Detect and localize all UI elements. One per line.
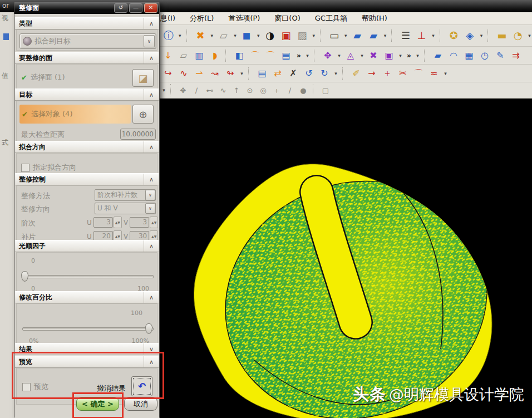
wrap-icon[interactable]: ◗ (208, 49, 221, 62)
menu-item-preferences[interactable]: 首选项(P) (228, 13, 260, 23)
snap-midpoint-icon[interactable]: ⊷ (204, 85, 215, 96)
section-header-faces[interactable]: 要整修的面 ∧ (15, 52, 159, 64)
menu-item-help[interactable]: 帮助(H) (362, 13, 387, 23)
window-display-icon[interactable]: ✖ (193, 28, 207, 43)
cube-pin-icon[interactable]: ▣ (279, 28, 293, 43)
dropdown-caret-icon[interactable]: ▾ (233, 33, 238, 38)
dropdown-caret-icon[interactable]: ▾ (527, 33, 532, 38)
chevron-up-icon[interactable]: ∧ (144, 174, 159, 185)
dropdown-caret-icon[interactable]: ▾ (479, 33, 484, 38)
type-dropdown[interactable]: 拟合到目标 ∨ (19, 33, 156, 49)
dialog-close-button[interactable]: ✕ (144, 3, 157, 13)
degree-u-spinner[interactable]: U 3 ▲▼ (87, 217, 122, 228)
degree-v-spinner[interactable]: V 3 ▲▼ (124, 217, 158, 228)
section-header-control[interactable]: 整修控制 ∧ (15, 173, 159, 185)
select-face-button[interactable]: ◪ (132, 69, 154, 87)
offset-face-icon[interactable]: ◬ (344, 49, 357, 62)
checkbox-icon[interactable] (21, 164, 29, 172)
delete-face-icon[interactable]: ✖ (367, 49, 380, 62)
direction-dropdown[interactable]: U 和 V ∨ (95, 203, 156, 214)
view-orient-icon[interactable]: ◈ (463, 28, 477, 43)
dialog-minimize-button[interactable]: — (129, 3, 142, 13)
max-check-distance-field[interactable]: 10.00000 (120, 129, 156, 140)
snap-endpoint-icon[interactable]: ∕ (191, 85, 202, 96)
chevron-down-icon[interactable]: ∨ (144, 35, 155, 47)
section-header-type[interactable]: 类型 ∧ (15, 17, 159, 29)
chevron-up-icon[interactable]: ∧ (144, 292, 159, 303)
method-dropdown[interactable]: 阶次和补片数 ∨ (95, 189, 156, 201)
chevron-down-icon[interactable]: ∨ (145, 190, 155, 200)
corner-cube-icon[interactable]: ◧ (233, 49, 246, 62)
dropdown-caret-icon[interactable]: ▾ (305, 53, 310, 58)
snap-quadrant-icon[interactable]: ◎ (258, 85, 269, 96)
specify-fit-direction-row[interactable]: 指定拟合方向 (21, 163, 76, 173)
dropdown-caret-icon[interactable]: ▾ (210, 33, 215, 38)
undo-feature-icon[interactable]: ↺ (302, 67, 316, 80)
chevron-up-icon[interactable]: ∧ (144, 240, 159, 252)
curve-tool-icon[interactable]: ↪ (161, 67, 175, 80)
studio-surface-icon[interactable]: ✎ (494, 49, 507, 62)
chevron-up-icon[interactable]: ∧ (144, 52, 159, 63)
dropdown-caret-icon[interactable]: ▾ (398, 53, 403, 58)
divide-curve-icon[interactable]: ＋ (381, 67, 394, 80)
dropdown-caret-icon[interactable]: ▾ (178, 33, 183, 38)
snap-tangent-icon[interactable]: ∕ (284, 85, 295, 96)
select-object-button[interactable]: ⊕ (132, 105, 154, 124)
gray-cube-icon[interactable]: ▨ (295, 28, 309, 43)
plate-icon[interactable]: ▱ (177, 49, 190, 62)
dropdown-caret-icon[interactable]: ▾ (431, 33, 436, 38)
dropdown-caret-icon[interactable]: ▾ (383, 33, 388, 38)
swap-icon[interactable]: ⇄ (271, 67, 284, 80)
curve-tool3-icon[interactable]: ⇀ (193, 67, 206, 80)
open-box-icon[interactable]: ▢ (320, 85, 331, 96)
snap-sphere-icon[interactable]: ● (298, 85, 309, 96)
cut-curve-icon[interactable]: ✂ (396, 67, 410, 80)
smooth-slider-track[interactable] (22, 275, 154, 278)
redo-feature-icon[interactable]: ↻ (318, 67, 331, 80)
bend-icon[interactable]: ⌒ (248, 49, 262, 62)
modify-slider-track[interactable] (22, 327, 154, 331)
delete-param-icon[interactable]: ✗ (287, 67, 300, 80)
select-face-row[interactable]: ✔ 选择面 (1) (19, 72, 65, 82)
clip-section-alt-icon[interactable]: ▰ (367, 28, 381, 43)
chevron-down-icon[interactable]: ∨ (145, 203, 155, 214)
move-face-icon[interactable]: ✥ (321, 49, 334, 62)
bounded-plane-icon[interactable]: ▰ (431, 49, 445, 62)
measure-distance-icon[interactable]: ▬ (495, 28, 509, 43)
ruled-surface-icon[interactable]: ◠ (447, 49, 460, 62)
curve-tool4-icon[interactable]: ↝ (208, 67, 221, 80)
mesh-arrows-icon[interactable]: ⇉ (509, 49, 523, 62)
spinner-arrows-icon[interactable]: ▲▼ (114, 217, 122, 228)
select-object-row[interactable]: ✔ 选择对象 (4) (19, 105, 131, 124)
trim-curve-icon[interactable]: → (365, 67, 378, 80)
measure-angle-icon[interactable]: ◔ (511, 28, 525, 43)
dropdown-caret-icon[interactable]: ▾ (256, 33, 261, 38)
join-curve-icon[interactable]: ⌒ (412, 67, 425, 80)
modify-slider-thumb[interactable] (145, 323, 152, 334)
dropdown-caret-icon[interactable]: ▾ (443, 71, 448, 76)
dropdown-caret-icon[interactable]: ▾ (359, 53, 364, 58)
snap-center-icon[interactable]: ⊙ (244, 85, 255, 96)
smooth-slider-thumb[interactable] (21, 271, 28, 282)
menu-item-info[interactable]: 息(I) (160, 13, 175, 23)
dropdown-caret-icon[interactable]: ▾ (337, 53, 342, 58)
snap-point-icon[interactable]: ↑ (231, 85, 242, 96)
chevron-up-icon[interactable]: ∧ (144, 18, 159, 29)
stamp-icon[interactable]: ▤ (255, 67, 269, 80)
toolbar-overflow-icon[interactable]: » (295, 52, 303, 60)
edit-params-icon[interactable]: ✐ (349, 67, 363, 80)
dialog-reset-button[interactable]: ↺ (114, 3, 127, 13)
section-header-target[interactable]: 目标 ∧ (15, 88, 159, 101)
menu-item-window[interactable]: 窗口(O) (274, 13, 300, 23)
dropdown-caret-icon[interactable]: ▾ (312, 33, 317, 38)
csys-icon[interactable]: ⊥ (415, 28, 428, 43)
extrude-icon[interactable]: ↓ (161, 49, 175, 62)
snap-curve-icon[interactable]: ∿ (218, 85, 229, 96)
block-icon[interactable]: ▥ (193, 49, 206, 62)
graphics-viewport[interactable]: 头条 @明辉模具设计学院 (160, 99, 532, 418)
curve-tool2-icon[interactable]: ∿ (177, 67, 190, 80)
section-header-fit-direction[interactable]: 拟合方向 ∧ (15, 141, 159, 153)
bend-alt-icon[interactable]: ⌒ (264, 49, 277, 62)
dropdown-caret-icon[interactable]: ▾ (333, 71, 338, 76)
section-header-smooth-factor[interactable]: 光顺因子 ∧ (15, 240, 159, 252)
